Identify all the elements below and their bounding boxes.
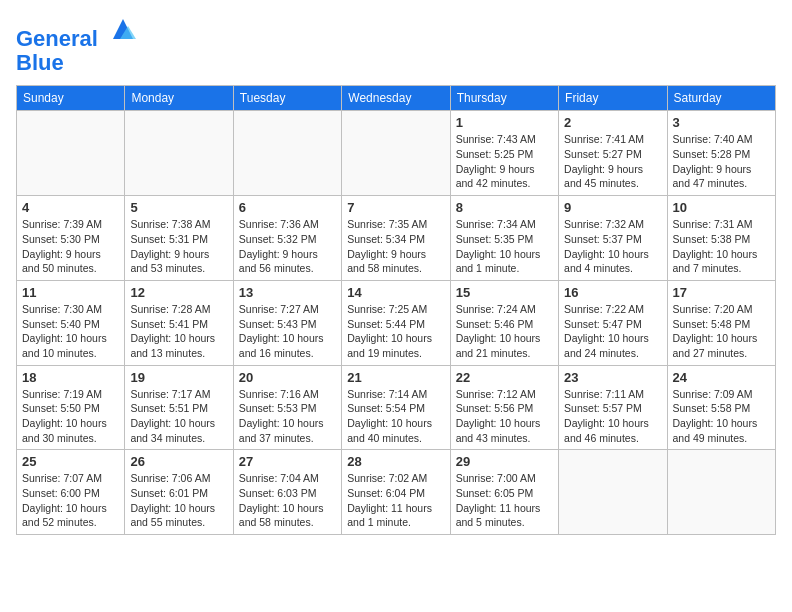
day-info: Sunrise: 7:20 AM Sunset: 5:48 PM Dayligh… [673,302,770,361]
col-header-wednesday: Wednesday [342,86,450,111]
calendar-cell: 18Sunrise: 7:19 AM Sunset: 5:50 PM Dayli… [17,365,125,450]
day-number: 27 [239,454,336,469]
day-info: Sunrise: 7:25 AM Sunset: 5:44 PM Dayligh… [347,302,444,361]
calendar-week-row: 25Sunrise: 7:07 AM Sunset: 6:00 PM Dayli… [17,450,776,535]
col-header-monday: Monday [125,86,233,111]
day-info: Sunrise: 7:30 AM Sunset: 5:40 PM Dayligh… [22,302,119,361]
day-info: Sunrise: 7:14 AM Sunset: 5:54 PM Dayligh… [347,387,444,446]
day-info: Sunrise: 7:07 AM Sunset: 6:00 PM Dayligh… [22,471,119,530]
day-info: Sunrise: 7:36 AM Sunset: 5:32 PM Dayligh… [239,217,336,276]
day-number: 3 [673,115,770,130]
day-info: Sunrise: 7:11 AM Sunset: 5:57 PM Dayligh… [564,387,661,446]
calendar-cell: 22Sunrise: 7:12 AM Sunset: 5:56 PM Dayli… [450,365,558,450]
day-number: 12 [130,285,227,300]
calendar-cell: 10Sunrise: 7:31 AM Sunset: 5:38 PM Dayli… [667,196,775,281]
calendar-cell: 11Sunrise: 7:30 AM Sunset: 5:40 PM Dayli… [17,280,125,365]
day-number: 16 [564,285,661,300]
day-number: 15 [456,285,553,300]
day-number: 24 [673,370,770,385]
calendar-cell: 25Sunrise: 7:07 AM Sunset: 6:00 PM Dayli… [17,450,125,535]
calendar-cell [667,450,775,535]
day-info: Sunrise: 7:00 AM Sunset: 6:05 PM Dayligh… [456,471,553,530]
day-info: Sunrise: 7:09 AM Sunset: 5:58 PM Dayligh… [673,387,770,446]
calendar-cell: 9Sunrise: 7:32 AM Sunset: 5:37 PM Daylig… [559,196,667,281]
day-info: Sunrise: 7:34 AM Sunset: 5:35 PM Dayligh… [456,217,553,276]
calendar-cell: 17Sunrise: 7:20 AM Sunset: 5:48 PM Dayli… [667,280,775,365]
calendar-cell: 13Sunrise: 7:27 AM Sunset: 5:43 PM Dayli… [233,280,341,365]
col-header-saturday: Saturday [667,86,775,111]
day-number: 2 [564,115,661,130]
calendar-week-row: 11Sunrise: 7:30 AM Sunset: 5:40 PM Dayli… [17,280,776,365]
calendar-cell: 23Sunrise: 7:11 AM Sunset: 5:57 PM Dayli… [559,365,667,450]
day-number: 8 [456,200,553,215]
calendar-cell: 3Sunrise: 7:40 AM Sunset: 5:28 PM Daylig… [667,111,775,196]
day-info: Sunrise: 7:02 AM Sunset: 6:04 PM Dayligh… [347,471,444,530]
calendar-header-row: SundayMondayTuesdayWednesdayThursdayFrid… [17,86,776,111]
day-number: 21 [347,370,444,385]
calendar-cell: 19Sunrise: 7:17 AM Sunset: 5:51 PM Dayli… [125,365,233,450]
day-info: Sunrise: 7:40 AM Sunset: 5:28 PM Dayligh… [673,132,770,191]
day-number: 17 [673,285,770,300]
day-info: Sunrise: 7:24 AM Sunset: 5:46 PM Dayligh… [456,302,553,361]
day-number: 29 [456,454,553,469]
calendar-week-row: 4Sunrise: 7:39 AM Sunset: 5:30 PM Daylig… [17,196,776,281]
day-number: 18 [22,370,119,385]
calendar-cell: 6Sunrise: 7:36 AM Sunset: 5:32 PM Daylig… [233,196,341,281]
day-number: 25 [22,454,119,469]
calendar-cell: 7Sunrise: 7:35 AM Sunset: 5:34 PM Daylig… [342,196,450,281]
day-info: Sunrise: 7:43 AM Sunset: 5:25 PM Dayligh… [456,132,553,191]
day-info: Sunrise: 7:17 AM Sunset: 5:51 PM Dayligh… [130,387,227,446]
logo-general: General [16,26,98,51]
day-number: 7 [347,200,444,215]
calendar-cell: 24Sunrise: 7:09 AM Sunset: 5:58 PM Dayli… [667,365,775,450]
calendar-cell [233,111,341,196]
calendar-cell: 29Sunrise: 7:00 AM Sunset: 6:05 PM Dayli… [450,450,558,535]
day-number: 6 [239,200,336,215]
day-number: 10 [673,200,770,215]
calendar-cell: 15Sunrise: 7:24 AM Sunset: 5:46 PM Dayli… [450,280,558,365]
day-info: Sunrise: 7:19 AM Sunset: 5:50 PM Dayligh… [22,387,119,446]
logo-icon [108,14,138,44]
calendar-cell: 27Sunrise: 7:04 AM Sunset: 6:03 PM Dayli… [233,450,341,535]
col-header-sunday: Sunday [17,86,125,111]
col-header-thursday: Thursday [450,86,558,111]
calendar-cell [342,111,450,196]
day-info: Sunrise: 7:39 AM Sunset: 5:30 PM Dayligh… [22,217,119,276]
calendar-week-row: 18Sunrise: 7:19 AM Sunset: 5:50 PM Dayli… [17,365,776,450]
day-number: 28 [347,454,444,469]
day-number: 11 [22,285,119,300]
day-number: 1 [456,115,553,130]
day-number: 4 [22,200,119,215]
day-number: 20 [239,370,336,385]
day-number: 23 [564,370,661,385]
calendar-cell: 12Sunrise: 7:28 AM Sunset: 5:41 PM Dayli… [125,280,233,365]
day-info: Sunrise: 7:41 AM Sunset: 5:27 PM Dayligh… [564,132,661,191]
day-info: Sunrise: 7:06 AM Sunset: 6:01 PM Dayligh… [130,471,227,530]
calendar-week-row: 1Sunrise: 7:43 AM Sunset: 5:25 PM Daylig… [17,111,776,196]
calendar-cell: 28Sunrise: 7:02 AM Sunset: 6:04 PM Dayli… [342,450,450,535]
logo-blue: Blue [16,50,64,75]
day-number: 14 [347,285,444,300]
calendar-cell: 20Sunrise: 7:16 AM Sunset: 5:53 PM Dayli… [233,365,341,450]
calendar-cell: 5Sunrise: 7:38 AM Sunset: 5:31 PM Daylig… [125,196,233,281]
calendar-cell [559,450,667,535]
col-header-tuesday: Tuesday [233,86,341,111]
day-info: Sunrise: 7:16 AM Sunset: 5:53 PM Dayligh… [239,387,336,446]
day-info: Sunrise: 7:12 AM Sunset: 5:56 PM Dayligh… [456,387,553,446]
day-number: 22 [456,370,553,385]
calendar-cell: 14Sunrise: 7:25 AM Sunset: 5:44 PM Dayli… [342,280,450,365]
calendar-cell: 21Sunrise: 7:14 AM Sunset: 5:54 PM Dayli… [342,365,450,450]
day-number: 5 [130,200,227,215]
day-info: Sunrise: 7:22 AM Sunset: 5:47 PM Dayligh… [564,302,661,361]
day-info: Sunrise: 7:35 AM Sunset: 5:34 PM Dayligh… [347,217,444,276]
day-number: 26 [130,454,227,469]
day-number: 19 [130,370,227,385]
day-info: Sunrise: 7:31 AM Sunset: 5:38 PM Dayligh… [673,217,770,276]
logo: General Blue [16,16,138,75]
day-info: Sunrise: 7:38 AM Sunset: 5:31 PM Dayligh… [130,217,227,276]
day-info: Sunrise: 7:04 AM Sunset: 6:03 PM Dayligh… [239,471,336,530]
calendar-cell: 2Sunrise: 7:41 AM Sunset: 5:27 PM Daylig… [559,111,667,196]
calendar-cell: 16Sunrise: 7:22 AM Sunset: 5:47 PM Dayli… [559,280,667,365]
page-header: General Blue [16,16,776,75]
day-info: Sunrise: 7:27 AM Sunset: 5:43 PM Dayligh… [239,302,336,361]
